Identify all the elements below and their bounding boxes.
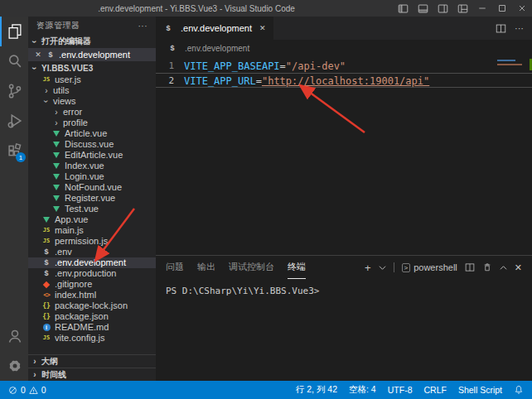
- search-icon[interactable]: [0, 46, 28, 76]
- explorer-sidebar: 资源管理器 ··· 打开的编辑器 ✕ .env.development YI.B…: [28, 17, 156, 381]
- tree-item[interactable]: Article.vue: [28, 128, 156, 139]
- close-icon[interactable]: [512, 0, 532, 17]
- shell-icon: [46, 50, 56, 59]
- vue-icon: [51, 163, 61, 169]
- extensions-icon[interactable]: 1: [0, 136, 28, 166]
- tab-problems[interactable]: 问题: [166, 256, 184, 279]
- close-icon[interactable]: ✕: [33, 50, 43, 59]
- status-bar: 0 0 行 2, 列 42 空格: 4 UTF-8 CRLF Shell Scr…: [0, 381, 532, 399]
- warning-count: 0: [41, 385, 46, 395]
- tree-item[interactable]: README.md: [28, 322, 156, 333]
- tree-item[interactable]: package-lock.json: [28, 300, 156, 311]
- toggle-sidebar-icon[interactable]: [393, 0, 413, 17]
- outline-section[interactable]: 大纲: [28, 354, 156, 368]
- tree-item[interactable]: permission.js: [28, 236, 156, 247]
- minimap-line: [497, 60, 515, 61]
- editor-actions: ···: [496, 17, 532, 40]
- close-panel-icon[interactable]: ✕: [515, 262, 522, 273]
- tree-item[interactable]: NotFound.vue: [28, 182, 156, 193]
- breadcrumb[interactable]: .env.development: [156, 40, 532, 56]
- tree-item[interactable]: vite.config.js: [28, 333, 156, 344]
- window-title: .env.development - Yi.BBS.Vue3 - Visual …: [0, 4, 393, 13]
- language-mode[interactable]: Shell Script: [458, 385, 502, 395]
- timeline-section[interactable]: 时间线: [28, 368, 156, 381]
- env-var-name: VITE_APP_URL: [184, 75, 256, 87]
- tree-item[interactable]: Test.vue: [28, 204, 156, 214]
- chevron-right-icon: [41, 85, 51, 96]
- toggle-panel-icon[interactable]: [413, 0, 433, 17]
- tab-debug-console[interactable]: 调试控制台: [229, 256, 274, 279]
- js-icon: [41, 225, 51, 236]
- vue-icon: [51, 174, 61, 180]
- close-icon[interactable]: ✕: [259, 24, 266, 32]
- env-var-value-link[interactable]: "http://localhost:19001/api": [262, 75, 429, 87]
- tree-item[interactable]: App.vue: [28, 214, 156, 225]
- js-icon: [41, 333, 51, 344]
- chevron-down-icon: [30, 64, 40, 73]
- tree-item[interactable]: EditArticle.vue: [28, 150, 156, 161]
- tree-item[interactable]: .env.development: [28, 257, 156, 268]
- tree-item[interactable]: Register.vue: [28, 193, 156, 204]
- notifications-bell-icon[interactable]: [514, 385, 524, 395]
- tree-item[interactable]: user.js: [28, 75, 156, 85]
- tree-item[interactable]: .env: [28, 247, 156, 257]
- tree-item[interactable]: Index.vue: [28, 161, 156, 171]
- tree-item[interactable]: main.js: [28, 225, 156, 236]
- maximize-icon[interactable]: [492, 0, 512, 17]
- terminal-output[interactable]: PS D:\CSharp\Yi\Yi.BBS.Vue3>: [156, 279, 532, 381]
- split-editor-icon[interactable]: [496, 23, 506, 34]
- minimize-icon[interactable]: [472, 0, 492, 17]
- open-editor-item[interactable]: ✕ .env.development: [28, 48, 156, 61]
- cursor-position[interactable]: 行 2, 列 42: [296, 384, 337, 396]
- terminal-profile-select[interactable]: > powershell: [402, 262, 457, 272]
- tree-item[interactable]: error: [28, 107, 156, 118]
- tree-item[interactable]: views: [28, 96, 156, 107]
- code-editor[interactable]: 1 VITE_APP_BASEAPI="/api-dev" 2 VITE_APP…: [156, 56, 532, 255]
- split-terminal-icon[interactable]: [465, 262, 475, 272]
- explorer-icon[interactable]: [0, 17, 28, 46]
- tree-item[interactable]: profile: [28, 118, 156, 128]
- json-icon: [41, 311, 51, 322]
- divider: [394, 262, 394, 272]
- problems-status[interactable]: 0 0: [8, 385, 46, 395]
- panel-tab-bar: 问题 输出 调试控制台 终端 + > powershell: [156, 256, 532, 279]
- customize-layout-icon[interactable]: [452, 0, 472, 17]
- vue-icon: [41, 217, 51, 223]
- settings-gear-icon[interactable]: [0, 351, 28, 381]
- minimap[interactable]: [497, 60, 522, 65]
- more-actions-icon[interactable]: ···: [138, 22, 148, 31]
- eol-sequence[interactable]: CRLF: [423, 385, 446, 395]
- line-number: 2: [156, 74, 184, 87]
- tree-root[interactable]: YI.BBS.VUE3: [28, 61, 156, 75]
- error-icon: [8, 386, 17, 395]
- tree-item[interactable]: package.json: [28, 311, 156, 322]
- code-line-current[interactable]: 2 VITE_APP_URL="http://localhost:19001/a…: [156, 73, 532, 88]
- tab-env-development[interactable]: .env.development ✕: [156, 17, 273, 40]
- tab-terminal[interactable]: 终端: [288, 256, 306, 279]
- indentation[interactable]: 空格: 4: [349, 384, 376, 396]
- kill-terminal-trash-icon[interactable]: [482, 262, 492, 272]
- tree-item[interactable]: Login.vue: [28, 171, 156, 182]
- tree-item[interactable]: .env.production: [28, 268, 156, 279]
- code-line[interactable]: 1 VITE_APP_BASEAPI="/api-dev": [156, 58, 532, 73]
- shell-icon: [163, 24, 173, 32]
- vue-icon: [51, 206, 61, 212]
- toggle-secondary-sidebar-icon[interactable]: [433, 0, 452, 17]
- more-actions-icon[interactable]: ···: [515, 23, 524, 33]
- encoding[interactable]: UTF-8: [388, 385, 413, 395]
- open-editors-header[interactable]: 打开的编辑器: [28, 35, 156, 48]
- maximize-panel-icon[interactable]: [500, 264, 507, 272]
- tab-output[interactable]: 输出: [197, 256, 215, 279]
- tree-item[interactable]: Discuss.vue: [28, 139, 156, 150]
- editor-group: .env.development ✕ ··· .env.development …: [156, 17, 532, 381]
- tree-item[interactable]: utils: [28, 85, 156, 96]
- run-debug-icon[interactable]: [0, 106, 28, 136]
- account-icon[interactable]: [0, 321, 28, 351]
- tree-item[interactable]: index.html: [28, 290, 156, 300]
- shell-icon: [41, 268, 51, 279]
- new-terminal-icon[interactable]: +: [365, 262, 371, 274]
- chevron-down-icon[interactable]: [379, 264, 386, 272]
- source-control-icon[interactable]: [0, 76, 28, 106]
- vue-icon: [51, 142, 61, 147]
- tree-item[interactable]: .gitignore: [28, 279, 156, 290]
